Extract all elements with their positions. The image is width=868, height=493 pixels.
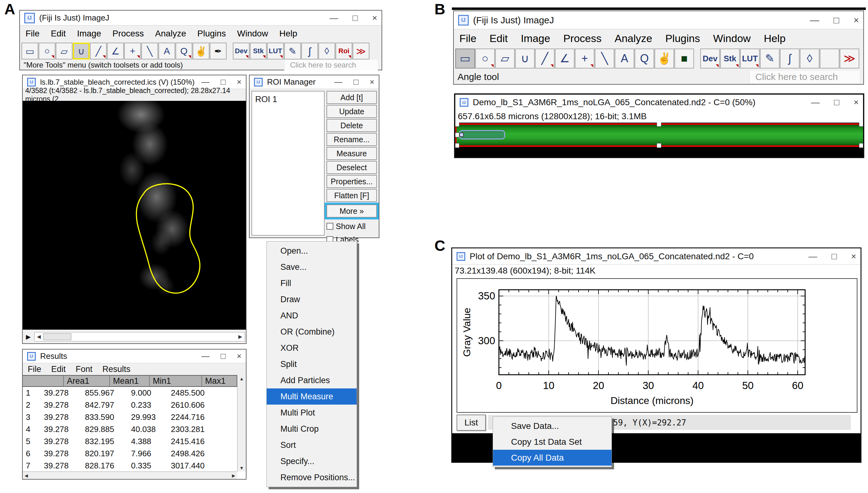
- minimize-button[interactable]: —: [334, 77, 342, 87]
- roi-list[interactable]: ROI 1: [252, 91, 325, 236]
- close-button[interactable]: ×: [853, 15, 859, 25]
- oval-tool[interactable]: ○: [39, 43, 56, 60]
- menu-item[interactable]: Results: [102, 364, 130, 374]
- menu-item[interactable]: Help: [279, 29, 297, 39]
- flood-fill-tool[interactable]: ◊: [318, 43, 335, 60]
- multi-crop-item[interactable]: Multi Crop: [267, 421, 357, 437]
- menu-item[interactable]: Edit: [51, 29, 66, 39]
- add-particles-item[interactable]: Add Particles: [267, 372, 357, 388]
- maximize-button[interactable]: □: [831, 252, 837, 261]
- line-roi[interactable]: [459, 130, 505, 140]
- text-tool[interactable]: A: [158, 43, 175, 60]
- more-roi-button[interactable]: More »: [326, 205, 377, 218]
- oval-tool[interactable]: ○: [475, 48, 495, 68]
- zoom-tool[interactable]: Q: [175, 43, 192, 60]
- scroll-up-icon[interactable]: ▲: [239, 376, 244, 381]
- table-row[interactable]: 639.278820.1977.9662498.426: [23, 448, 237, 460]
- lut-tools[interactable]: LUT: [740, 48, 760, 68]
- menu-item[interactable]: Font: [75, 364, 92, 374]
- minimize-button[interactable]: —: [810, 15, 819, 25]
- remove-positions-item[interactable]: Remove Positions...: [267, 469, 357, 486]
- hand-tool[interactable]: ✌: [193, 43, 210, 60]
- wand-tool[interactable]: ╲: [141, 43, 158, 60]
- save-data-item[interactable]: Save Data...: [493, 418, 611, 434]
- roi-handle[interactable]: [459, 133, 464, 137]
- search-box[interactable]: Click here to search: [750, 71, 860, 83]
- close-button[interactable]: ×: [237, 77, 241, 87]
- menu-item[interactable]: Process: [112, 29, 144, 39]
- line-tool[interactable]: ╱: [535, 48, 555, 68]
- maximize-button[interactable]: □: [833, 15, 839, 25]
- point-tool[interactable]: +: [575, 48, 594, 68]
- title-bar[interactable]: IJ Results — □ ×: [23, 349, 246, 363]
- stack-slider[interactable]: ◀ ▶: [34, 332, 245, 341]
- rectangle-tool[interactable]: ▭: [21, 43, 38, 60]
- table-row[interactable]: 239.278842.7970.2332610.606: [23, 399, 237, 411]
- scroll-right-icon[interactable]: ▶: [232, 473, 235, 478]
- close-button[interactable]: ×: [237, 351, 241, 361]
- horizontal-scrollbar[interactable]: ◀▶: [23, 472, 237, 479]
- more-tools-chevron[interactable]: ≫: [840, 48, 859, 68]
- minimize-button[interactable]: —: [811, 98, 820, 107]
- xor-item[interactable]: XOR: [267, 340, 357, 356]
- pencil-tool[interactable]: ✎: [760, 48, 780, 68]
- point-tool[interactable]: +: [124, 43, 141, 60]
- play-icon[interactable]: ▶: [24, 333, 33, 341]
- delete-roi-button[interactable]: Delete: [326, 119, 377, 132]
- properties-roi-button[interactable]: Properties...: [326, 175, 377, 188]
- minimize-button[interactable]: —: [201, 351, 210, 361]
- more-tools-chevron[interactable]: ≫: [353, 43, 369, 60]
- show-all-checkbox[interactable]: [326, 223, 333, 230]
- menu-item[interactable]: Plugins: [666, 33, 700, 44]
- close-button[interactable]: ×: [372, 13, 377, 23]
- deselect-roi-button[interactable]: Deselect: [326, 161, 377, 174]
- vertical-scrollbar[interactable]: ▲▼: [237, 375, 246, 472]
- flood-fill-tool[interactable]: ◊: [800, 48, 820, 68]
- rectangle-tool[interactable]: ▭: [455, 48, 475, 68]
- maximize-button[interactable]: □: [353, 77, 359, 87]
- selection-handle[interactable]: [657, 143, 661, 148]
- menu-item[interactable]: Image: [521, 33, 550, 44]
- multi-measure-item[interactable]: Multi Measure: [267, 388, 357, 405]
- minimize-button[interactable]: —: [330, 13, 338, 23]
- copy-all-data-item[interactable]: Copy All Data: [493, 450, 611, 466]
- flatten-roi-button[interactable]: Flatten [F]: [326, 189, 377, 202]
- paintbrush-tool[interactable]: ʃ: [780, 48, 800, 68]
- polygon-tool[interactable]: ▱: [56, 43, 72, 60]
- open-rois-item[interactable]: Open...: [267, 243, 357, 259]
- roi-tools[interactable]: Roi: [335, 43, 352, 60]
- empty-tool[interactable]: [820, 48, 839, 68]
- table-row[interactable]: 539.278832.1954.3882415.416: [23, 435, 237, 448]
- line-tool[interactable]: ╱: [90, 43, 107, 60]
- pencil-tool[interactable]: ✎: [284, 43, 301, 60]
- or-combine-item[interactable]: OR (Combine): [267, 324, 357, 340]
- rename-roi-button[interactable]: Rename...: [326, 133, 377, 146]
- lut-tools[interactable]: LUT: [267, 43, 284, 60]
- selection-handle[interactable]: [455, 133, 459, 137]
- dev-tools[interactable]: Dev: [700, 48, 720, 68]
- hand-tool[interactable]: ✌: [654, 48, 674, 68]
- menu-item[interactable]: File: [459, 33, 476, 44]
- zoom-tool[interactable]: Q: [635, 48, 654, 68]
- close-button[interactable]: ×: [370, 77, 374, 87]
- polygon-tool[interactable]: ▱: [495, 48, 515, 68]
- color-picker-tool[interactable]: ■: [674, 48, 694, 68]
- update-roi-button[interactable]: Update: [326, 105, 377, 118]
- selection-handle[interactable]: [859, 143, 863, 148]
- measure-roi-button[interactable]: Measure: [326, 147, 377, 160]
- menu-item[interactable]: File: [28, 364, 41, 374]
- multi-plot-item[interactable]: Multi Plot: [267, 405, 357, 421]
- menu-item[interactable]: Edit: [51, 364, 66, 374]
- menu-item[interactable]: File: [25, 29, 40, 39]
- search-box[interactable]: Click here to search: [284, 60, 378, 70]
- split-item[interactable]: Split: [267, 356, 357, 372]
- selection-handle[interactable]: [455, 143, 459, 148]
- minimize-button[interactable]: —: [808, 252, 817, 261]
- angle-tool[interactable]: ∠: [107, 43, 124, 60]
- toolbar-spacer[interactable]: [227, 43, 233, 60]
- save-rois-item[interactable]: Save...: [267, 259, 357, 275]
- freehand-tool[interactable]: ∪: [73, 43, 90, 60]
- title-bar[interactable]: IJ (Fiji Is Just) ImageJ — □ ×: [454, 11, 863, 29]
- selection-handle[interactable]: [455, 123, 459, 127]
- scroll-down-icon[interactable]: ▼: [239, 465, 244, 471]
